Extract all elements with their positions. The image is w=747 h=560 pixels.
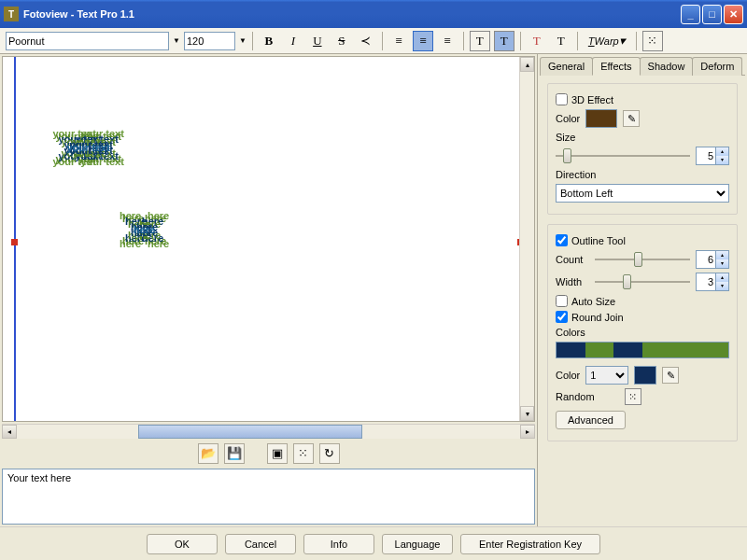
3d-size-label: Size <box>556 132 575 143</box>
cancel-button[interactable]: Cancel <box>225 534 296 554</box>
colors-label: Colors <box>556 327 585 338</box>
outline-checkbox[interactable] <box>556 234 568 246</box>
dice-button[interactable]: ⁙ <box>642 31 663 51</box>
random-label: Random <box>556 391 595 402</box>
italic-button[interactable]: I <box>283 31 303 51</box>
language-button[interactable]: Language <box>382 534 453 554</box>
titlebar: T Fotoview - Text Pro 1.1 _ □ ✕ <box>0 0 747 28</box>
tab-general[interactable]: General <box>540 57 593 76</box>
text-input[interactable]: Your text here <box>2 469 535 525</box>
minimize-button[interactable]: _ <box>681 5 700 24</box>
ok-button[interactable]: OK <box>147 534 218 554</box>
info-button[interactable]: Info <box>303 534 374 554</box>
roundjoin-label: Round Join <box>571 312 624 323</box>
text-line-1: your text <box>66 142 109 153</box>
align-left-button[interactable]: ≡ <box>388 31 409 51</box>
outline-color-index[interactable]: 1 <box>585 366 628 385</box>
outline-label: Outline Tool <box>571 235 626 246</box>
underline-button[interactable]: U <box>307 31 328 51</box>
group-outline: Outline Tool Count ▴▾ Width ▴▾ Auto Size <box>547 224 738 441</box>
random-icon[interactable]: ⁙ <box>293 443 314 464</box>
canvas-toolbar: 📂 💾 ▣ ⁙ ↻ <box>0 441 537 467</box>
canvas[interactable]: your text here ▴ ▾ <box>2 56 535 422</box>
3d-direction-select[interactable]: Bottom Left <box>556 184 729 203</box>
window-title: Fotoview - Text Pro 1.1 <box>23 8 681 20</box>
eyedropper-icon[interactable]: ✎ <box>662 367 679 384</box>
vertical-scrollbar[interactable]: ▴ ▾ <box>519 57 534 421</box>
open-icon[interactable]: 📂 <box>198 443 218 464</box>
autosize-checkbox[interactable] <box>556 295 568 307</box>
panel-tabs: General Effects Shadow Deform <box>540 56 745 76</box>
outline-count-slider[interactable] <box>595 250 690 269</box>
app-icon: T <box>4 7 19 21</box>
fit-icon[interactable]: ▣ <box>267 443 288 464</box>
outline-width-spin[interactable]: ▴▾ <box>696 273 729 291</box>
eyedropper-icon[interactable]: ✎ <box>623 110 640 127</box>
tab-shadow[interactable]: Shadow <box>640 57 694 76</box>
3d-effect-checkbox[interactable] <box>556 93 568 105</box>
bold-button[interactable]: B <box>259 31 279 51</box>
3d-size-slider[interactable] <box>556 147 690 165</box>
text-color-button[interactable]: T <box>527 31 547 51</box>
outline-width-label: Width <box>556 276 589 287</box>
text-box1-button[interactable]: T <box>470 31 490 51</box>
align-right-button[interactable]: ≡ <box>437 31 458 51</box>
styled-text[interactable]: your text here <box>21 85 155 249</box>
3d-size-spin[interactable]: ▴▾ <box>696 147 729 165</box>
horizontal-scrollbar[interactable]: ◂ ▸ <box>2 424 535 439</box>
3d-color-swatch[interactable] <box>585 109 617 128</box>
3d-direction-label: Direction <box>556 169 596 180</box>
advanced-button[interactable]: Advanced <box>556 411 626 429</box>
outline-color-swatch[interactable] <box>634 366 656 385</box>
text-line-2: here <box>134 224 155 235</box>
handle-left[interactable] <box>11 239 18 245</box>
font-select[interactable] <box>6 32 169 50</box>
outline-color-label: Color <box>556 370 580 381</box>
format-toolbar: ▼ ▼ B I U S ≺ ≡ ≡ ≡ T T T T T Warp ▾ ⁙ <box>0 28 747 54</box>
3d-effect-label: 3D Effect <box>571 94 613 105</box>
save-icon[interactable]: 💾 <box>224 443 245 464</box>
outline-count-label: Count <box>556 254 589 265</box>
strike-button[interactable]: S <box>331 31 352 51</box>
dice-icon[interactable]: ⁙ <box>625 388 641 405</box>
outline-width-slider[interactable] <box>595 273 690 291</box>
dialog-buttons: OK Cancel Info Language Enter Registrati… <box>0 526 747 560</box>
align-center-button[interactable]: ≡ <box>413 31 433 51</box>
maximize-button[interactable]: □ <box>702 5 722 24</box>
tab-deform[interactable]: Deform <box>692 57 742 76</box>
font-size-select[interactable] <box>184 32 235 50</box>
autosize-label: Auto Size <box>571 296 615 307</box>
tab-effects[interactable]: Effects <box>592 57 640 76</box>
refresh-icon[interactable]: ↻ <box>319 443 340 464</box>
warp-button[interactable]: T Warp ▾ <box>584 31 630 51</box>
color-strip[interactable] <box>556 342 729 358</box>
group-3d-effect: 3D Effect Color ✎ Size ▴▾ Direction Bott… <box>547 83 738 215</box>
outline-count-spin[interactable]: ▴▾ <box>696 250 729 269</box>
close-button[interactable]: ✕ <box>724 5 743 24</box>
text-bg-button[interactable]: T <box>551 31 571 51</box>
register-button[interactable]: Enter Registration Key <box>460 534 600 554</box>
slant-button[interactable]: ≺ <box>356 31 376 51</box>
text-box2-button[interactable]: T <box>494 31 514 51</box>
roundjoin-checkbox[interactable] <box>556 311 568 323</box>
3d-color-label: Color <box>556 113 580 124</box>
